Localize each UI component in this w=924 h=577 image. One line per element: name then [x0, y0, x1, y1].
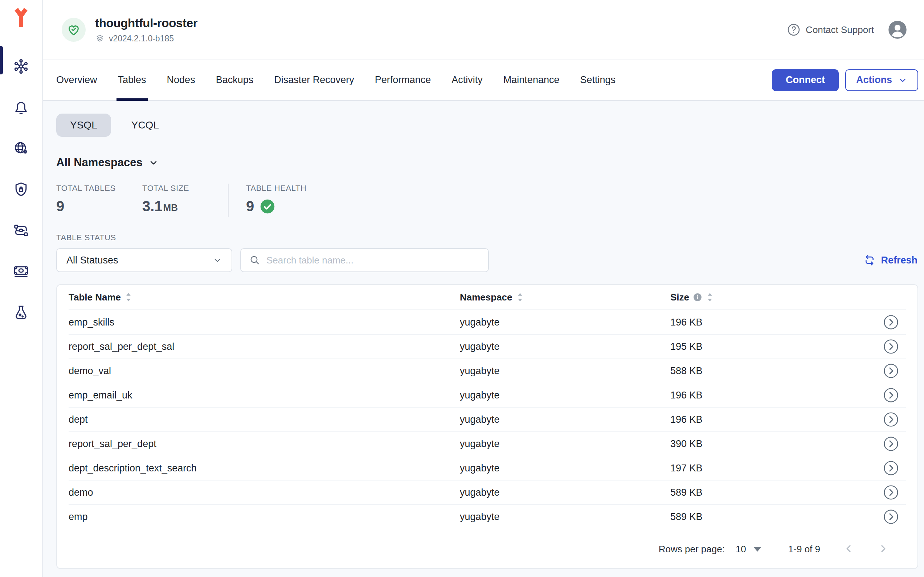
table-row[interactable]: report_sal_per_dept_sal yugabyte 195 KB	[69, 335, 906, 359]
table-header-row: Table Name Namespace Size	[69, 285, 906, 310]
question-circle-icon	[787, 23, 801, 37]
rows-per-page-select[interactable]: 10	[735, 544, 761, 555]
tab-activity[interactable]: Activity	[452, 60, 483, 100]
heart-check-icon	[66, 23, 81, 37]
row-detail-button[interactable]	[883, 461, 898, 476]
stat-total-size-label: TOTAL SIZE	[142, 184, 216, 193]
sidebar-nav	[13, 58, 29, 321]
stat-total-tables-value: 9	[56, 198, 142, 214]
tab-tables[interactable]: Tables	[118, 60, 146, 100]
stat-table-health-label: TABLE HEALTH	[246, 184, 307, 193]
pagination-bar: Rows per page: 10 1-9 of 9	[69, 530, 906, 568]
health-check-icon	[260, 199, 275, 214]
network-globe-gear-icon[interactable]	[13, 140, 29, 157]
yugabyte-logo[interactable]	[11, 8, 31, 28]
cell-size: 589 KB	[670, 487, 852, 498]
refresh-button[interactable]: Refresh	[863, 254, 918, 266]
namespace-selector-label: All Namespaces	[56, 156, 143, 169]
sort-icon	[124, 292, 132, 302]
tables-card: Table Name Namespace Size	[56, 284, 918, 569]
namespace-selector[interactable]: All Namespaces	[56, 156, 918, 169]
cell-table-name: dept_description_text_search	[69, 463, 460, 474]
table-row[interactable]: emp_skills yugabyte 196 KB	[69, 310, 906, 335]
cell-table-name: emp_email_uk	[69, 390, 460, 401]
row-detail-button[interactable]	[883, 339, 898, 354]
refresh-icon	[863, 254, 876, 266]
row-detail-button[interactable]	[883, 436, 898, 451]
api-tab-ysql[interactable]: YSQL	[56, 114, 111, 137]
table-row[interactable]: dept_description_text_search yugabyte 19…	[69, 456, 906, 480]
sidebar	[0, 0, 43, 577]
cell-table-name: demo_val	[69, 366, 460, 377]
actions-button[interactable]: Actions	[845, 69, 918, 91]
tab-overview[interactable]: Overview	[56, 60, 97, 100]
row-detail-button[interactable]	[883, 363, 898, 379]
previous-page-button[interactable]	[843, 543, 854, 555]
table-row[interactable]: demo yugabyte 589 KB	[69, 480, 906, 505]
stat-table-health: TABLE HEALTH 9	[246, 184, 307, 214]
rows-per-page-label: Rows per page:	[659, 544, 725, 555]
column-header-namespace[interactable]: Namespace	[460, 292, 670, 303]
security-shield-lock-icon[interactable]	[13, 181, 29, 198]
labs-flask-icon[interactable]	[13, 304, 29, 321]
chevron-down-icon	[213, 255, 222, 265]
row-detail-button[interactable]	[883, 314, 898, 330]
chevron-down-icon	[898, 76, 907, 85]
table-row[interactable]: dept yugabyte 196 KB	[69, 408, 906, 432]
integrations-flow-icon[interactable]	[13, 222, 29, 239]
table-status-select-value: All Statuses	[66, 255, 118, 266]
search-icon	[249, 255, 261, 266]
rows-per-page-value: 10	[735, 544, 746, 555]
cell-namespace: yugabyte	[460, 317, 670, 328]
cluster-header: thoughtful-rooster v2024.2.1.0-b185 Cont…	[43, 0, 924, 60]
tables-content: YSQL YCQL All Namespaces TOTAL TABLES 9 …	[43, 101, 924, 577]
stat-total-size-value: 3.1	[142, 198, 163, 214]
tab-performance[interactable]: Performance	[375, 60, 431, 100]
billing-money-icon[interactable]	[13, 263, 29, 280]
table-row[interactable]: demo_val yugabyte 588 KB	[69, 359, 906, 383]
connect-button[interactable]: Connect	[772, 69, 839, 91]
table-search	[240, 248, 489, 272]
cluster-tabs-bar: Overview Tables Nodes Backups Disaster R…	[43, 60, 924, 101]
row-detail-button[interactable]	[883, 509, 898, 524]
cell-namespace: yugabyte	[460, 341, 670, 352]
api-tab-ycql[interactable]: YCQL	[118, 114, 173, 137]
table-search-input[interactable]	[266, 255, 480, 266]
column-header-table-name[interactable]: Table Name	[69, 292, 460, 303]
sidebar-active-indicator	[0, 46, 3, 74]
row-detail-button[interactable]	[883, 388, 898, 403]
table-status-label: TABLE STATUS	[56, 233, 918, 242]
tab-backups[interactable]: Backups	[216, 60, 254, 100]
contact-support-link[interactable]: Contact Support	[787, 23, 874, 37]
user-avatar[interactable]	[888, 20, 907, 40]
refresh-label: Refresh	[881, 255, 918, 266]
tab-settings[interactable]: Settings	[580, 60, 616, 100]
alerts-bell-icon[interactable]	[13, 99, 29, 116]
cell-namespace: yugabyte	[460, 511, 670, 522]
cluster-hub-icon[interactable]	[13, 58, 29, 75]
cell-size: 390 KB	[670, 438, 852, 450]
cell-table-name: emp	[69, 511, 460, 522]
table-row[interactable]: emp_email_uk yugabyte 196 KB	[69, 383, 906, 408]
tab-nodes[interactable]: Nodes	[167, 60, 195, 100]
column-header-size[interactable]: Size	[670, 292, 852, 303]
stat-total-tables: TOTAL TABLES 9	[56, 184, 142, 214]
column-header-size-label: Size	[670, 292, 689, 303]
tab-maintenance[interactable]: Maintenance	[503, 60, 560, 100]
cell-size: 589 KB	[670, 511, 852, 522]
chevron-right-icon	[877, 543, 889, 554]
table-row[interactable]: emp yugabyte 589 KB	[69, 505, 906, 529]
cell-size: 197 KB	[670, 463, 852, 474]
cluster-name: thoughtful-rooster	[95, 16, 197, 30]
row-detail-button[interactable]	[883, 412, 898, 427]
cell-table-name: report_sal_per_dept	[69, 438, 460, 450]
info-icon[interactable]	[693, 292, 702, 302]
stat-table-health-value: 9	[246, 198, 254, 214]
sort-icon	[706, 292, 714, 302]
row-detail-button[interactable]	[883, 485, 898, 500]
table-status-select[interactable]: All Statuses	[56, 248, 232, 272]
table-row[interactable]: report_sal_per_dept yugabyte 390 KB	[69, 432, 906, 456]
tab-disaster-recovery[interactable]: Disaster Recovery	[274, 60, 354, 100]
next-page-button[interactable]	[877, 543, 889, 555]
cell-size: 588 KB	[670, 366, 852, 377]
